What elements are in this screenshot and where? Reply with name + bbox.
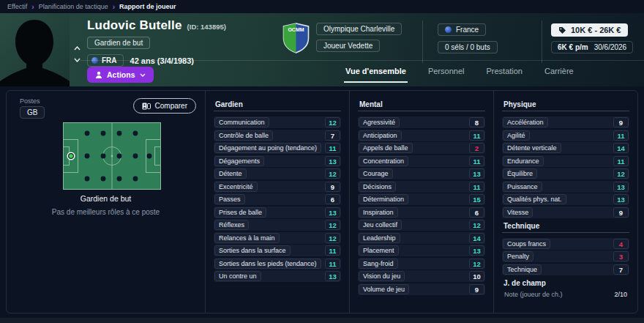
attribute-row: Volume de jeu9 <box>358 283 485 295</box>
fieldplayer-title: J. de champ <box>503 279 628 287</box>
attribute-row: Concentration11 <box>358 155 485 167</box>
breadcrumb-item[interactable]: Rapport de joueur <box>119 3 176 10</box>
attribute-value: 12 <box>469 259 484 269</box>
attribute-label: Relances à la main <box>214 233 280 243</box>
attribute-label: Sorties dans la surface <box>214 245 291 256</box>
attribute-label: Endurance <box>503 156 544 166</box>
attribute-label: Technique <box>503 264 542 275</box>
attribute-row: Détente verticale14 <box>502 142 629 154</box>
attribute-label: Excentricité <box>214 182 258 192</box>
attribute-group-title: Technique <box>503 222 628 230</box>
fieldplayer-note-value: 2/10 <box>614 291 627 298</box>
attribute-label: Leadership <box>359 233 400 243</box>
contract-end: 30/6/2026 <box>594 43 627 51</box>
price-tag-icon <box>558 26 566 34</box>
attribute-row: Placement13 <box>358 245 485 256</box>
breadcrumb-item[interactable]: Planification de tactique <box>39 3 108 10</box>
attribute-row: Relances à la main12 <box>214 232 341 244</box>
attribute-label: Placement <box>359 245 399 256</box>
attribute-row: Décisions11 <box>358 181 485 193</box>
attribute-value: 11 <box>325 143 340 153</box>
tab-carri-re[interactable]: Carrière <box>543 64 575 83</box>
attribute-value: 11 <box>613 156 629 166</box>
attribute-group-rule <box>502 111 629 111</box>
attribute-label: Appels de balle <box>359 143 413 153</box>
header-divider-2 <box>542 21 542 63</box>
attribute-label: Communication <box>214 117 269 127</box>
player-switcher <box>74 42 80 64</box>
attribute-row: Leadership14 <box>358 232 485 244</box>
attribute-label: Sorties dans les pieds (tendance) <box>214 259 321 269</box>
footer-bar <box>0 318 644 323</box>
compare-button[interactable]: Comparer <box>133 98 196 114</box>
attribute-value: 11 <box>325 245 340 256</box>
attribute-value: 8 <box>469 117 484 127</box>
position-dot <box>133 177 138 182</box>
breadcrumb-item[interactable]: Effectif <box>7 3 27 10</box>
position-dot <box>85 154 90 159</box>
breadcrumb-chevron-icon: › <box>113 3 115 11</box>
attribute-row: Vision du jeu10 <box>358 270 485 282</box>
position-dot <box>117 177 122 182</box>
attribute-group-title: Mental <box>359 100 484 108</box>
tab-personnel[interactable]: Personnel <box>427 64 466 83</box>
attribute-value: 13 <box>325 156 340 166</box>
attribute-row: Appels de balle2 <box>358 142 485 154</box>
next-player-button[interactable] <box>74 54 80 64</box>
fieldplayer-note-label: Note (joueur de ch.) <box>504 291 563 298</box>
international-info: France 0 séls / 0 buts <box>438 23 498 53</box>
attribute-group-title: Physique <box>503 100 628 108</box>
role-note: Pas de meilleurs rôles à ce poste <box>7 208 205 216</box>
pitch-icon <box>63 122 161 190</box>
attribute-value: 13 <box>469 168 484 179</box>
club-name-badge[interactable]: Olympique Charleville <box>316 23 402 35</box>
attribute-label: Anticipation <box>359 130 402 141</box>
previous-player-button[interactable] <box>74 42 80 52</box>
attribute-column-physical: PhysiqueAccélération9Agilité11Détente ve… <box>493 91 637 313</box>
attribute-value: 3 <box>613 251 629 261</box>
attribute-group-rule <box>214 111 341 111</box>
actions-button[interactable]: Actions <box>87 67 154 83</box>
tab-vue-d-ensemble[interactable]: Vue d'ensemble <box>344 64 408 83</box>
tab-prestation[interactable]: Prestation <box>484 64 524 83</box>
attribute-label: Volume de jeu <box>359 284 409 294</box>
role-name: Gardien de but <box>7 194 205 203</box>
attribute-value: 12 <box>325 117 340 127</box>
attribute-row: Équilibre12 <box>502 168 629 179</box>
attribute-value: 7 <box>325 130 340 141</box>
attribute-column-mental: MentalAgressivité8Anticipation11Appels d… <box>349 91 493 313</box>
attribute-label: Détente verticale <box>503 143 561 153</box>
person-icon <box>95 71 102 78</box>
wage-contract-badge: 6K € p/m 30/6/2026 <box>551 41 633 53</box>
attribute-row: Un contre un13 <box>214 270 341 282</box>
tab-bar: Vue d'ensemblePersonnelPrestationCarrièr… <box>344 64 575 83</box>
caps-goals-badge: 0 séls / 0 buts <box>438 41 498 53</box>
attribute-value: 6 <box>325 194 340 204</box>
attribute-value: 13 <box>613 182 629 192</box>
attribute-row: Sorties dans la surface11 <box>214 245 341 256</box>
attribute-row: Jeu collectif12 <box>358 219 485 231</box>
player-header: Ludovic Butelle (ID: 143895) Gardien de … <box>0 13 644 86</box>
nation-ball-icon <box>445 26 452 33</box>
attribute-label: Contrôle de balle <box>214 130 273 141</box>
compare-icon <box>142 103 151 110</box>
attribute-row: Vitesse9 <box>502 207 629 218</box>
attribute-label: Vitesse <box>503 207 533 218</box>
attribute-row: Agressivité8 <box>358 116 485 128</box>
attribute-value: 14 <box>469 233 484 243</box>
attribute-row: Courage13 <box>358 168 485 179</box>
attribute-row: Agilité11 <box>502 130 629 141</box>
attribute-value: 15 <box>469 194 484 204</box>
attribute-value: 11 <box>469 156 484 166</box>
attribute-value: 12 <box>613 168 629 179</box>
nation-badge: France <box>438 23 486 36</box>
position-pitch <box>63 122 161 193</box>
attribute-value: 12 <box>325 233 340 243</box>
attribute-label: Dégagements <box>214 156 264 166</box>
attribute-row: Passes6 <box>214 193 341 205</box>
transfer-value-badge: 10K € - 26K € <box>551 23 628 37</box>
chevron-down-icon <box>140 73 146 77</box>
attribute-label: Un contre un <box>214 271 261 281</box>
crest-text: OCMM <box>288 27 304 32</box>
attribute-value: 10 <box>469 271 484 281</box>
